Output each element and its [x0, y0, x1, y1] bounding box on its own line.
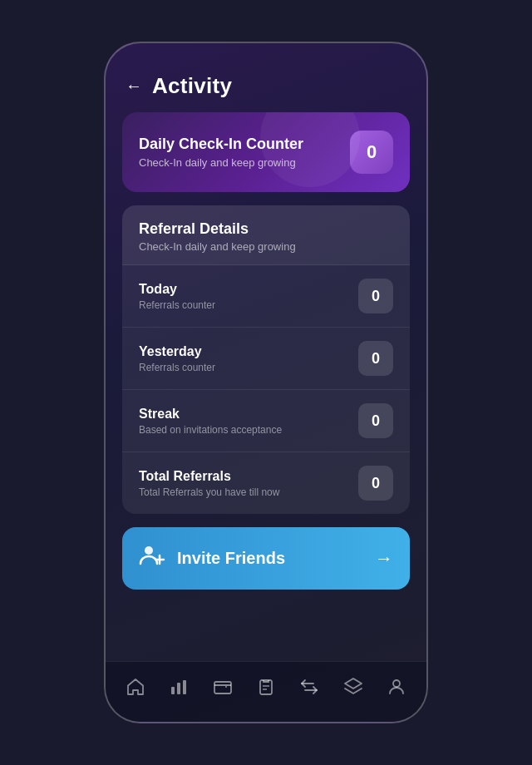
row-description: Referrals counter: [139, 362, 215, 373]
nav-item-tasks[interactable]: [248, 672, 284, 702]
svg-rect-6: [214, 682, 231, 693]
checkin-subtitle: Check-In daily and keep growing: [139, 156, 303, 169]
svg-point-10: [393, 680, 400, 687]
invite-icon: [139, 542, 165, 575]
checkin-title: Daily Check-In Counter: [139, 136, 303, 153]
row-label: Yesterday Referrals counter: [139, 344, 215, 373]
svg-point-0: [145, 546, 153, 555]
nav-item-wallet[interactable]: [204, 672, 241, 702]
row-label: Streak Based on invitations acceptance: [139, 407, 282, 436]
main-content: Daily Check-In Counter Check-In daily an…: [106, 112, 426, 661]
nav-item-transfer[interactable]: [291, 672, 328, 702]
referral-section: Referral Details Check-In daily and keep…: [122, 205, 410, 514]
referral-row: Yesterday Referrals counter 0: [122, 328, 410, 390]
back-button[interactable]: ←: [126, 76, 142, 96]
referral-rows: Today Referrals counter 0 Yesterday Refe…: [122, 265, 410, 514]
row-description: Based on invitations acceptance: [139, 424, 282, 436]
checkin-count-badge: 0: [350, 131, 393, 174]
nav-item-stats[interactable]: [160, 672, 197, 702]
row-name: Today: [139, 282, 215, 297]
checkin-card-text: Daily Check-In Counter Check-In daily an…: [139, 136, 303, 169]
row-counter: 0: [358, 341, 393, 376]
row-description: Total Referrals you have till now: [139, 486, 279, 498]
row-name: Yesterday: [139, 344, 215, 359]
svg-rect-5: [183, 680, 186, 694]
bottom-navigation: [106, 661, 426, 722]
referral-row: Total Referrals Total Referrals you have…: [122, 452, 410, 514]
nav-item-layers[interactable]: [335, 672, 372, 702]
referral-section-subtitle: Check-In daily and keep growing: [139, 240, 393, 253]
row-label: Total Referrals Total Referrals you have…: [139, 469, 279, 498]
row-counter: 0: [358, 466, 393, 501]
svg-rect-4: [177, 683, 180, 694]
referral-row: Streak Based on invitations acceptance 0: [122, 390, 410, 452]
invite-arrow-icon: →: [375, 548, 393, 570]
row-label: Today Referrals counter: [139, 282, 215, 311]
phone-container: ← Activity Daily Check-In Counter Check-…: [104, 42, 428, 723]
row-name: Streak: [139, 407, 282, 422]
referral-header: Referral Details Check-In daily and keep…: [122, 205, 410, 265]
referral-section-title: Referral Details: [139, 220, 393, 238]
page-title: Activity: [152, 73, 232, 99]
header: ← Activity: [106, 43, 426, 112]
referral-row: Today Referrals counter 0: [122, 265, 410, 328]
nav-item-home[interactable]: [117, 672, 154, 702]
checkin-card[interactable]: Daily Check-In Counter Check-In daily an…: [122, 112, 410, 192]
invite-label: Invite Friends: [177, 549, 285, 568]
svg-rect-3: [171, 687, 175, 694]
row-counter: 0: [358, 403, 393, 438]
nav-item-profile[interactable]: [378, 672, 415, 702]
row-name: Total Referrals: [139, 469, 279, 484]
invite-friends-button[interactable]: Invite Friends →: [122, 527, 410, 590]
row-description: Referrals counter: [139, 299, 215, 311]
row-counter: 0: [358, 279, 393, 313]
